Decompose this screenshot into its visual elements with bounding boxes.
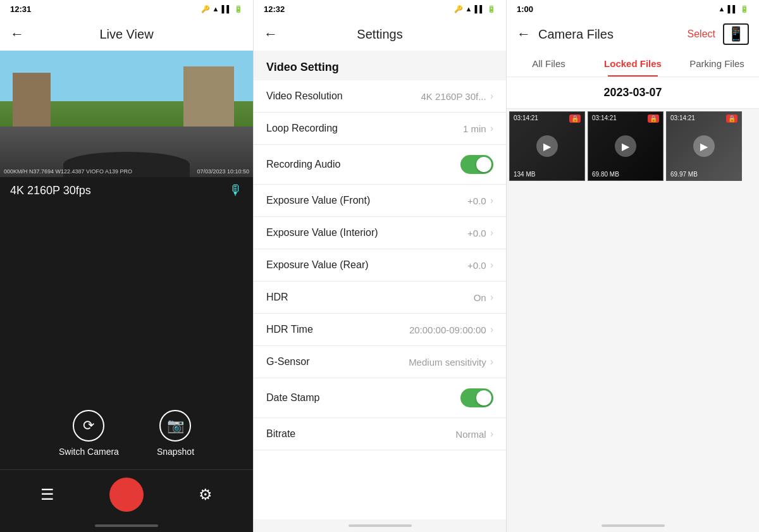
settings-icon[interactable]: ⚙ — [199, 486, 213, 504]
resolution-text: 4K 2160P 30fps — [10, 184, 91, 197]
item-value-bitrate: Normal › — [455, 428, 493, 440]
time-files: 1:00 — [517, 4, 533, 14]
file-thumbnails: 03:14:21 🔒 134 MB ▶ 03:14:21 🔒 69.80 MB … — [507, 109, 759, 183]
list-icon[interactable]: ☰ — [40, 486, 54, 504]
date-header: 2023-03-07 — [507, 77, 759, 109]
record-button[interactable] — [109, 478, 144, 512]
back-button-live[interactable]: ← — [10, 26, 24, 42]
item-value-hdr-time: 20:00:00-09:00:00 › — [409, 324, 493, 335]
item-label-date-stamp: Date Stamp — [266, 392, 319, 404]
key-icon: 🔑 — [201, 5, 210, 13]
snapshot-button[interactable]: 📷 Snapshot — [157, 410, 194, 457]
tab-locked-files-label: Locked Files — [604, 58, 662, 69]
value-text-loop: 1 min — [463, 123, 486, 134]
camera-overlay-text: 000KM/H N37.7694 W122.4387 VIOFO A139 PR… — [4, 168, 132, 175]
chevron-icon-g-sensor: › — [490, 356, 493, 368]
signal-icon-s: ▌▌ — [474, 5, 484, 13]
switch-camera-label: Switch Camera — [59, 447, 119, 457]
settings-item-exposure-rear[interactable]: Exposure Value (Rear) +0.0 › — [254, 249, 506, 281]
nav-bar-live: ← Live View — [0, 18, 253, 51]
key-icon-s: 🔑 — [454, 5, 463, 13]
toggle-recording-audio[interactable] — [460, 155, 493, 174]
page-title-files: Camera Files — [538, 27, 614, 42]
settings-item-g-sensor[interactable]: G-Sensor Medium sensitivity › — [254, 346, 506, 378]
thumb-play-2[interactable]: ▶ — [615, 135, 636, 157]
settings-item-exposure-front[interactable]: Exposure Value (Front) +0.0 › — [254, 185, 506, 217]
chevron-icon-exposure-front: › — [490, 195, 493, 206]
value-text-resolution: 4K 2160P 30f... — [421, 91, 486, 102]
value-text-exposure-interior: +0.0 — [467, 228, 486, 238]
nav-bar-files: ← Camera Files Select 📱 — [507, 18, 759, 51]
select-button[interactable]: Select — [688, 28, 715, 40]
file-thumb-1[interactable]: 03:14:21 🔒 134 MB ▶ — [509, 111, 585, 181]
settings-item-bitrate[interactable]: Bitrate Normal › — [254, 418, 506, 450]
file-thumb-2[interactable]: 03:14:21 🔒 69.80 MB ▶ — [588, 111, 663, 181]
status-bar-settings: 12:32 🔑 ▲ ▌▌ 🔋 — [254, 0, 506, 18]
settings-item-video-resolution[interactable]: Video Resolution 4K 2160P 30f... › — [254, 80, 506, 113]
item-label-hdr: HDR — [266, 292, 288, 303]
battery-icon-s: 🔋 — [487, 5, 496, 13]
settings-item-hdr[interactable]: HDR On › — [254, 281, 506, 314]
switch-camera-button[interactable]: ⟳ Switch Camera — [59, 410, 119, 457]
settings-item-exposure-interior[interactable]: Exposure Value (Interior) +0.0 › — [254, 217, 506, 249]
file-thumb-3[interactable]: 03:14:21 🔒 69.97 MB ▶ — [666, 111, 742, 181]
tab-locked-files[interactable]: Locked Files — [591, 51, 675, 77]
back-button-files[interactable]: ← — [517, 26, 531, 42]
back-button-settings[interactable]: ← — [264, 26, 278, 42]
battery-icon-f: 🔋 — [740, 5, 749, 13]
status-icons-live: 🔑 ▲ ▌▌ 🔋 — [201, 5, 243, 13]
tab-parking-files[interactable]: Parking Files — [675, 51, 759, 77]
thumb-play-1[interactable]: ▶ — [536, 135, 558, 157]
page-title-settings: Settings — [357, 27, 402, 42]
value-text-hdr-time: 20:00:00-09:00:00 — [409, 325, 486, 335]
thumb-play-3[interactable]: ▶ — [693, 135, 715, 157]
item-label-video-resolution: Video Resolution — [266, 90, 343, 102]
chevron-icon-hdr: › — [490, 292, 493, 303]
nav-bar-settings: ← Settings — [254, 18, 506, 51]
thumb-lock-2: 🔒 — [648, 114, 659, 123]
snapshot-label: Snapshot — [157, 447, 194, 457]
value-text-hdr: On — [474, 292, 486, 303]
thumb-size-3: 69.97 MB — [670, 171, 698, 178]
wifi-icon-s: ▲ — [466, 5, 472, 13]
home-bar-files — [602, 524, 665, 527]
live-content-area — [0, 204, 253, 397]
settings-section-title: Video Setting — [254, 51, 506, 80]
item-value-date-stamp — [460, 388, 493, 407]
camera-overlay-date: 07/03/2023 10:10:50 — [197, 168, 249, 175]
status-icons-settings: 🔑 ▲ ▌▌ 🔋 — [454, 5, 496, 13]
nav-left-files: ← Camera Files — [517, 26, 614, 42]
settings-item-date-stamp[interactable]: Date Stamp — [254, 378, 506, 418]
home-indicator-settings — [254, 519, 506, 532]
phone-icon[interactable]: 📱 — [723, 23, 749, 45]
item-label-g-sensor: G-Sensor — [266, 356, 309, 368]
battery-icon: 🔋 — [234, 5, 243, 13]
time-settings: 12:32 — [264, 4, 285, 14]
settings-item-hdr-time[interactable]: HDR Time 20:00:00-09:00:00 › — [254, 314, 506, 346]
settings-item-recording-audio[interactable]: Recording Audio — [254, 145, 506, 185]
item-value-recording-audio — [460, 155, 493, 174]
status-bar-files: 1:00 ▲ ▌▌ 🔋 — [507, 0, 759, 18]
tab-all-files-label: All Files — [532, 58, 565, 69]
time-live: 12:31 — [10, 4, 31, 14]
thumb-lock-1: 🔒 — [569, 114, 581, 123]
status-icons-files: ▲ ▌▌ 🔋 — [719, 5, 749, 13]
signal-icon: ▌▌ — [221, 5, 231, 13]
settings-item-loop-recording[interactable]: Loop Recording 1 min › — [254, 113, 506, 145]
chevron-icon-resolution: › — [490, 90, 493, 102]
tab-all-files[interactable]: All Files — [507, 51, 591, 77]
item-label-exposure-rear: Exposure Value (Rear) — [266, 259, 369, 271]
item-label-bitrate: Bitrate — [266, 428, 295, 440]
item-value-hdr: On › — [474, 292, 493, 303]
thumb-size-2: 69.80 MB — [592, 171, 619, 178]
item-value-loop-recording: 1 min › — [463, 123, 493, 134]
value-text-bitrate: Normal — [455, 429, 486, 440]
tab-bar-files: All Files Locked Files Parking Files — [507, 51, 759, 77]
home-indicator-live — [0, 519, 253, 532]
item-value-exposure-rear: +0.0 › — [467, 259, 493, 271]
toggle-date-stamp[interactable] — [460, 388, 493, 407]
panel-camera-files: 1:00 ▲ ▌▌ 🔋 ← Camera Files Select 📱 All … — [506, 0, 759, 532]
switch-camera-icon: ⟳ — [73, 410, 104, 442]
mic-icon: 🎙 — [229, 182, 243, 199]
item-value-video-resolution: 4K 2160P 30f... › — [421, 90, 493, 102]
